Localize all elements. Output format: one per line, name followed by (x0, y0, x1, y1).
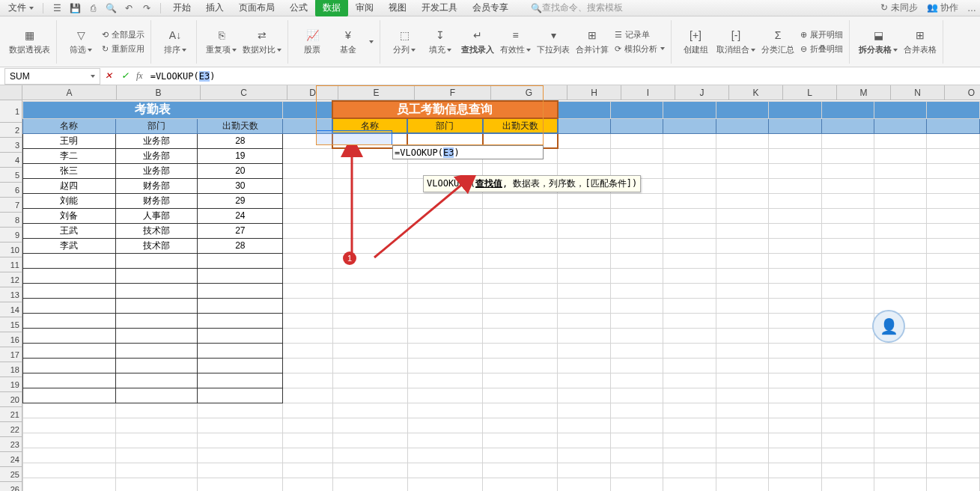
col-header[interactable]: F (415, 85, 491, 100)
cell[interactable] (610, 208, 663, 223)
cell[interactable] (115, 463, 198, 478)
cell[interactable] (23, 433, 116, 448)
cell[interactable] (283, 101, 333, 118)
cell[interactable] (663, 343, 716, 358)
cell[interactable] (821, 238, 874, 253)
cell[interactable] (610, 268, 663, 283)
cell[interactable]: 29 (198, 193, 283, 208)
cell[interactable] (769, 388, 821, 403)
cell[interactable] (407, 313, 482, 328)
cell[interactable] (115, 313, 198, 328)
cell[interactable] (821, 133, 874, 148)
cell[interactable] (769, 343, 821, 358)
cell[interactable] (821, 178, 874, 193)
cell[interactable] (769, 328, 821, 343)
cell[interactable] (663, 101, 716, 118)
cell[interactable] (716, 358, 768, 373)
cell[interactable]: 20 (198, 163, 283, 178)
cell[interactable] (927, 358, 980, 373)
cell[interactable] (283, 418, 333, 433)
cell[interactable] (769, 433, 821, 448)
cell[interactable] (769, 253, 821, 268)
row-header[interactable]: 4 (0, 153, 22, 168)
row-header[interactable]: 13 (0, 287, 22, 302)
cell[interactable] (332, 313, 407, 328)
cell[interactable]: 业务部 (115, 133, 198, 148)
cell[interactable] (610, 238, 663, 253)
cell[interactable] (23, 373, 116, 388)
qat-new-icon[interactable]: ☰ (51, 2, 63, 14)
cell[interactable] (610, 433, 663, 448)
cell[interactable] (332, 418, 407, 433)
row-header[interactable]: 21 (0, 407, 22, 422)
cell[interactable] (663, 328, 716, 343)
cell[interactable] (283, 223, 333, 238)
cell[interactable] (927, 433, 980, 448)
cell[interactable] (716, 448, 768, 463)
col-header[interactable]: J (675, 85, 729, 100)
col-header[interactable]: E (338, 85, 415, 100)
row-header[interactable]: 24 (0, 452, 22, 467)
cell[interactable] (407, 283, 482, 298)
cell[interactable]: 业务部 (115, 148, 198, 163)
cell[interactable] (483, 298, 558, 313)
consolidate-button[interactable]: ⊞合并计算 (576, 28, 609, 55)
tab-5[interactable]: 审阅 (348, 0, 381, 16)
cell[interactable] (558, 418, 610, 433)
row-header[interactable]: 10 (0, 243, 22, 257)
cell[interactable] (483, 373, 558, 388)
more-link[interactable]: … (967, 3, 976, 13)
cell[interactable] (407, 208, 482, 223)
cell[interactable] (769, 463, 821, 478)
cell[interactable] (483, 328, 558, 343)
cell[interactable] (23, 388, 116, 403)
cell[interactable] (874, 373, 926, 388)
cell[interactable] (874, 163, 926, 178)
cell[interactable] (23, 313, 116, 328)
col-header[interactable]: A (22, 85, 117, 100)
cell[interactable] (927, 328, 980, 343)
cell[interactable] (198, 283, 283, 298)
dropdown-button[interactable]: ▾下拉列表 (537, 28, 570, 55)
cell[interactable] (198, 463, 283, 478)
cell[interactable] (610, 373, 663, 388)
cell[interactable] (115, 448, 198, 463)
split-button[interactable]: ⬚分列 (389, 28, 419, 55)
name-box[interactable]: SUM (4, 68, 100, 85)
cell[interactable] (663, 433, 716, 448)
row-header[interactable]: 16 (0, 332, 22, 347)
cell[interactable] (663, 448, 716, 463)
cell[interactable] (716, 313, 768, 328)
col-header[interactable]: I (621, 85, 675, 100)
cell[interactable] (769, 101, 821, 118)
cell[interactable] (610, 448, 663, 463)
qat-save-icon[interactable]: 💾 (69, 2, 81, 14)
cell[interactable] (927, 148, 980, 163)
cell[interactable] (198, 358, 283, 373)
cell[interactable] (821, 118, 874, 133)
col-header[interactable]: G (491, 85, 567, 100)
cell[interactable] (821, 328, 874, 343)
cell[interactable] (198, 478, 283, 491)
cell[interactable] (610, 313, 663, 328)
cell[interactable] (610, 133, 663, 148)
expand-button[interactable]: ⊕展开明细 (800, 29, 843, 40)
row-header[interactable]: 20 (0, 392, 22, 407)
cell[interactable] (821, 403, 874, 418)
cell[interactable] (407, 418, 482, 433)
split-table-button[interactable]: ⬓拆分表格 (859, 28, 898, 55)
stock-button[interactable]: 📈股票 (297, 28, 327, 55)
cell[interactable] (663, 358, 716, 373)
cell[interactable] (283, 193, 333, 208)
cell[interactable]: 名称 (332, 118, 407, 133)
cell[interactable] (874, 358, 926, 373)
cell[interactable] (927, 373, 980, 388)
cell[interactable] (283, 238, 333, 253)
cell[interactable] (558, 448, 610, 463)
col-header[interactable]: N (891, 85, 945, 100)
cell[interactable] (821, 433, 874, 448)
cell[interactable] (483, 253, 558, 268)
cell[interactable] (716, 298, 768, 313)
cell[interactable] (198, 433, 283, 448)
cell[interactable] (407, 343, 482, 358)
